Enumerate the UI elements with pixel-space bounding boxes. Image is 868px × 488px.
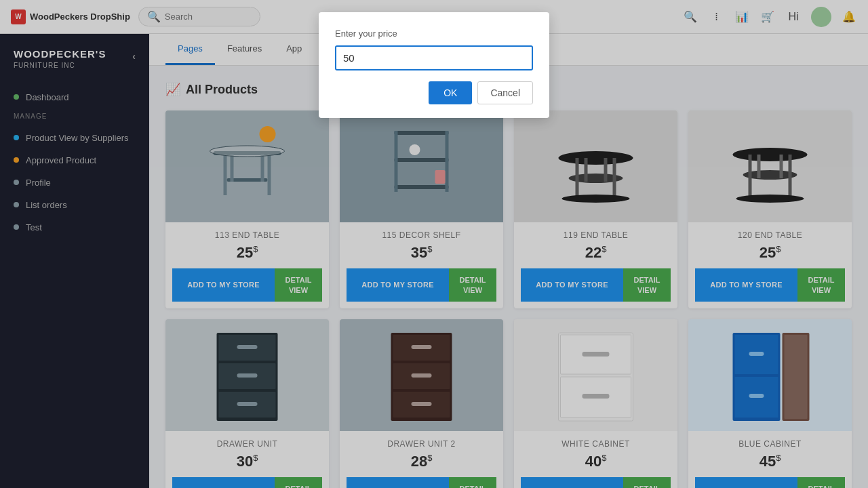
- ok-button[interactable]: OK: [429, 81, 472, 104]
- dialog-overlay: Enter your price OK Cancel: [0, 0, 868, 488]
- price-dialog: Enter your price OK Cancel: [319, 12, 549, 118]
- cancel-button[interactable]: Cancel: [477, 81, 533, 104]
- price-input[interactable]: [335, 45, 533, 70]
- dialog-buttons: OK Cancel: [335, 81, 533, 104]
- dialog-label: Enter your price: [335, 28, 533, 39]
